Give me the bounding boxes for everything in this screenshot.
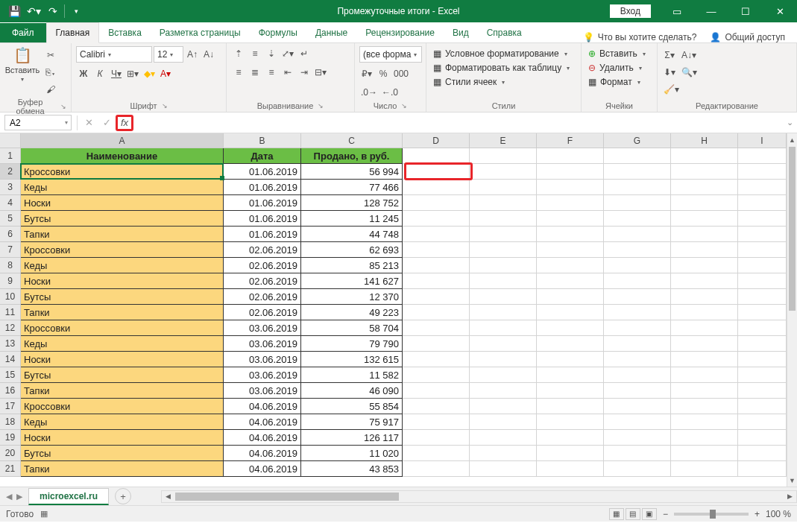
font-size-combo[interactable]: 12▾ [154, 46, 183, 63]
row-header[interactable]: 10 [0, 289, 21, 305]
cell[interactable] [671, 352, 738, 367]
cell[interactable] [671, 180, 738, 195]
cell[interactable]: Тапки [21, 383, 224, 399]
cell[interactable] [537, 367, 604, 383]
col-header-F[interactable]: F [537, 133, 604, 148]
cell[interactable]: 46 090 [301, 383, 403, 399]
increase-decimal-icon[interactable]: .0→ [359, 85, 379, 100]
cell[interactable]: Тапки [21, 305, 224, 320]
cell[interactable] [738, 242, 787, 258]
indent-increase-icon[interactable]: ⇥ [297, 65, 312, 80]
cell[interactable]: 11 245 [301, 211, 403, 227]
cell[interactable] [537, 180, 604, 195]
maximize-icon[interactable]: ☐ [728, 0, 763, 22]
cell[interactable] [671, 148, 738, 164]
delete-cells-button[interactable]: ⊖Удалить▾ [586, 62, 648, 74]
row-header[interactable]: 6 [0, 227, 21, 242]
cell[interactable]: Кеды [21, 258, 224, 273]
cell[interactable]: 02.06.2019 [224, 258, 301, 273]
cell[interactable] [403, 305, 470, 320]
cell[interactable]: 02.06.2019 [224, 242, 301, 258]
cell[interactable]: Кеды [21, 414, 224, 430]
cell[interactable] [604, 305, 671, 320]
fill-color-icon[interactable]: ◆▾ [142, 66, 157, 81]
align-left-icon[interactable]: ≡ [231, 65, 246, 80]
cell[interactable] [738, 461, 787, 477]
copy-icon[interactable]: ⎘▾ [43, 65, 58, 80]
normal-view-icon[interactable]: ▦ [609, 508, 624, 520]
cell[interactable]: 04.06.2019 [224, 430, 301, 446]
cell[interactable] [403, 180, 470, 195]
grow-font-icon[interactable]: A↑ [185, 47, 200, 62]
bold-button[interactable]: Ж [76, 66, 91, 81]
sheet-nav-prev-icon[interactable]: ◀ [4, 490, 13, 503]
select-all-corner[interactable] [0, 133, 21, 148]
macro-record-icon[interactable]: ▦ [38, 508, 50, 520]
zoom-in-icon[interactable]: + [755, 509, 760, 519]
row-header[interactable]: 2 [0, 164, 21, 180]
cell[interactable] [537, 164, 604, 180]
cell[interactable] [738, 180, 787, 195]
cell[interactable]: Кроссовки [21, 164, 224, 180]
cell[interactable]: 11 582 [301, 367, 403, 383]
col-header-G[interactable]: G [604, 133, 671, 148]
row-header[interactable]: 5 [0, 211, 21, 227]
cell[interactable]: 04.06.2019 [224, 414, 301, 430]
cell[interactable] [403, 399, 470, 414]
cell[interactable] [671, 273, 738, 289]
cell[interactable] [738, 383, 787, 399]
italic-button[interactable]: К [92, 66, 107, 81]
cell[interactable]: 126 117 [301, 430, 403, 446]
cell[interactable] [403, 258, 470, 273]
col-header-B[interactable]: B [224, 133, 301, 148]
tab-layout[interactable]: Разметка страницы [151, 23, 250, 42]
cell[interactable] [738, 367, 787, 383]
row-header[interactable]: 8 [0, 258, 21, 273]
launcher-icon[interactable]: ↘ [318, 102, 324, 110]
cell[interactable]: 01.06.2019 [224, 195, 301, 211]
cell[interactable] [738, 336, 787, 352]
cell[interactable] [671, 211, 738, 227]
cell[interactable] [403, 383, 470, 399]
cell[interactable]: Кроссовки [21, 242, 224, 258]
row-header[interactable]: 9 [0, 273, 21, 289]
cut-icon[interactable]: ✂ [43, 48, 58, 63]
cell[interactable]: 03.06.2019 [224, 320, 301, 336]
percent-icon[interactable]: % [376, 66, 391, 81]
cell[interactable]: Носки [21, 273, 224, 289]
find-select-icon[interactable]: 🔍▾ [678, 65, 699, 80]
cell[interactable] [671, 414, 738, 430]
col-header-H[interactable]: H [671, 133, 738, 148]
row-header[interactable]: 16 [0, 383, 21, 399]
save-icon[interactable]: 💾 [6, 3, 22, 19]
cell[interactable]: Кроссовки [21, 320, 224, 336]
launcher-icon[interactable]: ↘ [162, 102, 168, 110]
hscroll-thumb[interactable] [175, 493, 399, 501]
align-center-icon[interactable]: ≣ [248, 65, 262, 80]
share-button[interactable]: 👤Общий доступ [710, 32, 785, 42]
cell[interactable] [470, 164, 537, 180]
row-header[interactable]: 15 [0, 367, 21, 383]
cell[interactable] [738, 148, 787, 164]
cell[interactable] [671, 383, 738, 399]
cell[interactable] [470, 367, 537, 383]
row-header[interactable]: 13 [0, 336, 21, 352]
cell[interactable]: 75 917 [301, 414, 403, 430]
number-format-combo[interactable]: (все форма▾ [359, 46, 422, 63]
cell[interactable] [537, 320, 604, 336]
tab-formulas[interactable]: Формулы [250, 23, 306, 42]
row-header[interactable]: 19 [0, 430, 21, 446]
cell[interactable] [537, 399, 604, 414]
redo-icon[interactable]: ↷ [45, 3, 61, 19]
autosum-icon[interactable]: Σ▾ [662, 48, 677, 63]
format-cells-button[interactable]: ▦Формат▾ [586, 76, 648, 88]
cell[interactable]: 12 370 [301, 289, 403, 305]
cell[interactable] [537, 195, 604, 211]
cell[interactable] [604, 164, 671, 180]
cell[interactable] [604, 273, 671, 289]
cell[interactable] [403, 148, 470, 164]
cell[interactable] [403, 461, 470, 477]
cell[interactable]: 56 994 [301, 164, 403, 180]
cell[interactable]: 01.06.2019 [224, 211, 301, 227]
cell[interactable]: Носки [21, 195, 224, 211]
